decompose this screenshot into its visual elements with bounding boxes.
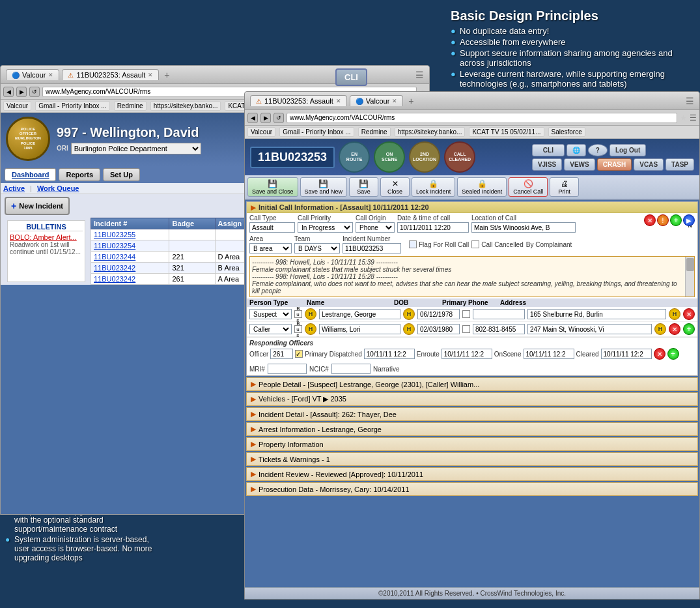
crash-btn[interactable]: CRASH (597, 158, 632, 171)
front-forward-btn[interactable]: ▶ (260, 113, 271, 123)
front-bookmark-gmail[interactable]: Gmail - Priority Inbox ... (279, 127, 354, 137)
initial-call-header[interactable]: ▶ Initial Call Information - [Assault] 1… (247, 202, 697, 213)
alert-green-btn[interactable]: + (670, 214, 682, 226)
browser-front-tab2[interactable]: 🔵 Valcour ✕ (350, 95, 403, 106)
help-btn[interactable]: ? (588, 144, 608, 156)
lock-incident-btn[interactable]: 🔒 Lock Incident (412, 177, 455, 197)
officer-id-input[interactable] (270, 349, 293, 359)
person2-dob-help-btn[interactable]: H (403, 323, 415, 335)
save-new-btn[interactable]: 💾 Save and New (300, 177, 348, 197)
team-select[interactable]: B DAYS (294, 243, 340, 253)
reload-btn[interactable]: ↺ (29, 87, 40, 97)
incident-cell[interactable]: 11BU023242 (91, 274, 169, 285)
back-btn[interactable]: ◀ (3, 87, 14, 97)
call-priority-select[interactable]: In Progress (298, 222, 353, 233)
ori-select[interactable]: Burlington Police Department (71, 143, 201, 154)
person1-dob-input[interactable] (417, 309, 460, 319)
active-link[interactable]: Active (3, 184, 25, 192)
person2-add-btn[interactable]: + (683, 323, 695, 335)
tasp-btn[interactable]: TASP (665, 158, 694, 171)
collapsible-section-1[interactable]: ▶Vehicles - [Ford] VT ▶ 2035 (246, 392, 698, 406)
new-tab-icon[interactable]: + (164, 70, 169, 80)
collapsible-section-4[interactable]: ▶Property Information (246, 437, 698, 451)
incident-cell[interactable]: 11BU023244 (91, 252, 169, 263)
enroute-input[interactable] (441, 349, 492, 359)
area-select[interactable]: B area (249, 243, 292, 253)
new-incident-button[interactable]: + New Incident (5, 197, 70, 215)
front-bookmark-kcat[interactable]: KCAT TV 15 05/02/11... (469, 127, 544, 137)
person2-bus-checkbox[interactable]: Bus (294, 325, 302, 333)
forward-btn[interactable]: ▶ (16, 87, 27, 97)
collapsible-section-3[interactable]: ▶Arrest Information - Lestrange, George (246, 422, 698, 436)
location-input[interactable] (471, 222, 576, 233)
tab2-close-icon[interactable]: ✕ (148, 72, 153, 78)
2nd-location-btn[interactable]: 2NDLOCATION (409, 141, 440, 173)
cleared-input[interactable] (601, 349, 652, 359)
browser-back-tab1[interactable]: 🔵 Valcour ✕ (6, 69, 59, 80)
cli-float-btn[interactable]: CLI (335, 68, 367, 86)
officer-delete-btn[interactable]: ✕ (654, 348, 665, 360)
work-queue-link[interactable]: Work Queue (37, 184, 79, 192)
incident-cell[interactable]: 11BU023254 (91, 240, 169, 252)
collapsible-section-2[interactable]: ▶Incident Detail - [Assault]: 262: Thaye… (246, 407, 698, 421)
incident-link[interactable]: 11BU023255 (94, 231, 135, 239)
front-settings2-icon[interactable]: ☰ (690, 113, 697, 123)
front-bookmark-redmine[interactable]: Redmine (358, 127, 391, 137)
person2-delete-btn[interactable]: ✕ (669, 323, 680, 335)
vjiss-btn[interactable]: VJISS (532, 158, 562, 171)
front-url-bar[interactable] (287, 113, 677, 123)
browser-front-tab1[interactable]: ⚠ 11BU023253: Assault ✕ (250, 95, 347, 106)
collapsible-section-7[interactable]: ▶Prosecution Data - Morrissey, Cary: 10/… (246, 482, 698, 496)
vcas-btn[interactable]: VCAS (634, 158, 664, 171)
date-time-input[interactable] (397, 222, 469, 233)
person2-help-btn[interactable]: H (305, 323, 316, 335)
front-back-btn[interactable]: ◀ (247, 113, 258, 123)
incident-link[interactable]: 11BU023242 (94, 264, 135, 272)
person2-phone-check[interactable] (462, 325, 470, 333)
dashboard-btn[interactable]: Dashboard (5, 168, 56, 181)
incident-link[interactable]: 11BU023242 (94, 275, 135, 283)
front-settings-icon[interactable]: ☰ (686, 96, 694, 106)
alert-blue-btn[interactable]: ▶ (683, 214, 695, 226)
person2-dob-input[interactable] (417, 324, 460, 334)
alert-red2-btn[interactable]: ! (657, 214, 669, 226)
dispatched-input[interactable] (364, 349, 415, 359)
front-tab2-close-icon[interactable]: ✕ (392, 98, 397, 104)
officer-primary-checkbox[interactable]: ✓ (295, 350, 303, 358)
person1-dob-help-btn[interactable]: H (403, 308, 415, 320)
onscene-input[interactable] (524, 349, 574, 359)
front-bookmark-valcour[interactable]: Valcour (247, 127, 275, 137)
person1-phone-check[interactable] (462, 310, 470, 318)
incident-link[interactable]: 11BU023244 (94, 253, 135, 261)
tab1-close-icon[interactable]: ✕ (48, 72, 53, 78)
front-bookmark-salesforce[interactable]: Salesforce (548, 127, 585, 137)
bookmark-redmine[interactable]: Redmine (114, 101, 147, 111)
cli-btn[interactable]: CLI (532, 144, 565, 156)
settings-icon[interactable]: ☰ (415, 70, 424, 80)
person1-address-input[interactable] (527, 309, 666, 319)
person1-addr-help-btn[interactable]: H (669, 308, 680, 320)
on-scene-btn[interactable]: ONSCENE (374, 141, 405, 173)
person2-phone-input[interactable] (473, 324, 525, 334)
call-cleared-btn[interactable]: CALLCLEARED (444, 141, 475, 173)
bolo-link[interactable]: BOLO: Amber Alert... (10, 233, 83, 241)
alert-red-btn[interactable]: ✕ (644, 214, 656, 226)
person1-type-select[interactable]: Suspect (249, 309, 292, 319)
incident-num-input[interactable] (343, 243, 401, 253)
person1-phone-input[interactable] (473, 309, 525, 319)
front-tab1-close-icon[interactable]: ✕ (336, 98, 341, 104)
mri-input[interactable] (268, 364, 307, 374)
narrative-scrollbar[interactable] (685, 257, 694, 297)
bookmark-valcour[interactable]: Valcour (3, 101, 31, 111)
collapsible-section-0[interactable]: ▶People Detail - [Suspect] Lestrange, Ge… (246, 377, 698, 391)
print-btn[interactable]: 🖨 Print (550, 177, 579, 197)
incident-link[interactable]: 11BU023254 (94, 242, 135, 250)
collapsible-section-5[interactable]: ▶Tickets & Warnings - 1 (246, 452, 698, 466)
bookmark-sitekey[interactable]: https://sitekey.banko... (150, 101, 221, 111)
person1-delete-btn[interactable]: ✕ (683, 308, 695, 320)
front-new-tab-icon[interactable]: + (408, 96, 413, 106)
person2-addr-help-btn[interactable]: H (654, 323, 666, 335)
browser-back-tab2[interactable]: ⚠ 11BU023253: Assault ✕ (62, 69, 159, 80)
person2-name-input[interactable] (319, 324, 400, 334)
reports-btn[interactable]: Reports (59, 168, 100, 181)
